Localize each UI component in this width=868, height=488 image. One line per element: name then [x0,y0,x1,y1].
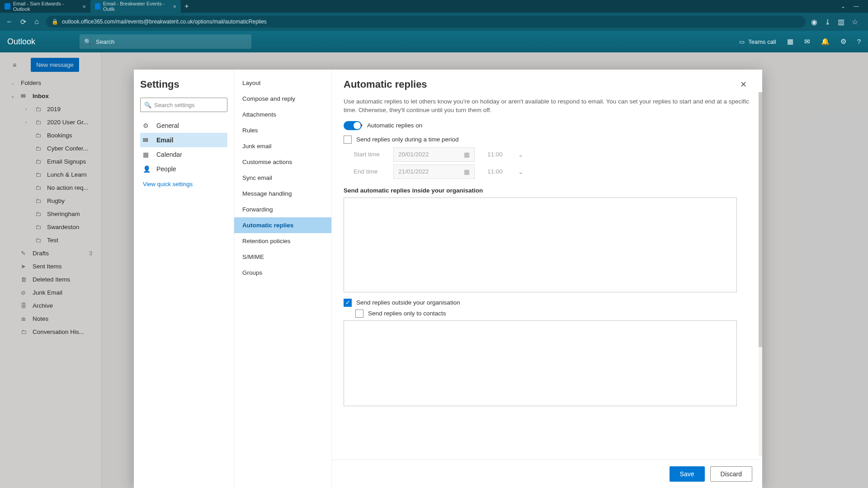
settings-modal: Settings 🔍 Search settings ⚙General ✉Ema… [134,70,762,488]
teams-call-button[interactable]: ▭ Teams call [739,38,776,45]
mail-icon: ✉ [143,136,151,144]
contacts-only-checkbox[interactable] [355,310,363,318]
save-button[interactable]: Save [670,466,705,482]
settings-title: Settings [140,79,227,90]
chevron-down-icon: ⌄ [518,151,524,158]
back-icon[interactable]: ← [5,18,14,26]
outside-label: Send replies outside your organisation [356,299,460,306]
start-time-select[interactable]: 11:00 ⌄ [483,147,528,162]
search-icon: 🔍 [84,38,91,45]
address-bar-row: ← ⟳ ⌂ 🔒 outlook.office365.com/mail/event… [0,13,868,31]
settings-search-input[interactable]: 🔍 Search settings [140,98,227,112]
sub-junk[interactable]: Junk email [234,138,331,154]
close-icon[interactable]: × [173,3,176,10]
outside-replies-checkbox[interactable]: ✓ [344,299,352,307]
panel-footer: Save Discard [332,460,762,488]
inside-reply-editor[interactable] [344,197,737,292]
calendar-icon: ▦ [464,168,470,175]
close-icon[interactable]: × [82,3,86,10]
sub-customise[interactable]: Customise actions [234,154,331,170]
browser-tab-1[interactable]: Email - Sam Edwards - Outlook × [0,0,90,13]
minimize-icon[interactable]: — [854,3,859,9]
toggle-label: Automatic replies on [367,122,422,129]
settings-detail-panel: Automatic replies ✕ Use automatic replie… [332,70,762,488]
category-people[interactable]: 👤People [140,162,227,176]
video-icon: ▭ [739,38,745,45]
sub-message-handling[interactable]: Message handling [234,186,331,202]
star-icon[interactable]: ☆ [852,18,858,26]
new-tab-button[interactable]: + [181,0,193,13]
automatic-replies-toggle[interactable]: ✦ [344,121,362,130]
category-calendar[interactable]: ▦Calendar [140,147,227,162]
end-time-select[interactable]: 11:00 ⌄ [483,164,528,179]
scrollbar[interactable] [759,92,762,456]
sub-layout[interactable]: Layout [234,75,331,91]
time-period-label: Send replies only during a time period [356,136,459,143]
contacts-only-label: Send replies only to contacts [368,310,446,317]
outlook-favicon-icon [5,3,10,9]
url-text: outlook.office365.com/mail/events@breakw… [62,19,267,25]
panel-description: Use automatic replies to let others know… [344,98,750,115]
browser-tabstrip: Email - Sam Edwards - Outlook × Email - … [0,0,868,13]
chevron-down-icon: ⌄ [518,168,524,175]
close-icon[interactable]: ✕ [736,78,750,91]
outlook-header: Outlook 🔍 Search ▭ Teams call ▦ ✉ 🔔 ⚙ ? [0,31,868,52]
eye-icon[interactable]: ◉ [811,18,817,26]
address-bar[interactable]: 🔒 outlook.office365.com/mail/events@brea… [46,16,806,28]
search-placeholder: Search [96,38,114,45]
sub-compose[interactable]: Compose and reply [234,91,331,107]
mail-icon[interactable]: ✉ [804,38,810,46]
search-input[interactable]: 🔍 Search [80,34,251,49]
people-icon: 👤 [143,165,151,173]
sub-groups[interactable]: Groups [234,265,331,281]
cursor-icon: ✦ [359,122,363,129]
bell-icon[interactable]: 🔔 [821,38,830,46]
outside-reply-editor[interactable] [344,320,737,406]
tab-title: Email - Breakwater Events - Outlk [103,1,167,12]
settings-categories: Settings 🔍 Search settings ⚙General ✉Ema… [134,70,234,488]
outlook-favicon-icon [95,3,100,9]
gear-icon[interactable]: ⚙ [840,38,846,46]
discard-button[interactable]: Discard [710,466,752,482]
category-email[interactable]: ✉Email [140,133,227,147]
panel-title: Automatic replies [344,79,427,90]
end-time-label: End time [354,168,385,175]
start-time-label: Start time [354,151,385,158]
inside-org-label: Send automatic replies inside your organ… [344,187,750,194]
settings-subcategories: Layout Compose and reply Attachments Rul… [234,70,332,488]
sub-rules[interactable]: Rules [234,122,331,138]
calendar-icon: ▦ [464,151,470,158]
browser-tab-2[interactable]: Email - Breakwater Events - Outlk × [90,0,181,13]
calendar-icon[interactable]: ▦ [787,38,793,46]
install-icon[interactable]: ⤓ [825,18,830,26]
lock-icon: 🔒 [52,19,58,25]
sub-attachments[interactable]: Attachments [234,107,331,122]
reload-icon[interactable]: ⟳ [19,18,27,26]
sub-retention[interactable]: Retention policies [234,233,331,249]
end-date-input[interactable]: 21/01/2022 ▦ [393,164,475,179]
time-period-checkbox[interactable] [344,136,352,144]
outlook-brand: Outlook [7,37,80,47]
chevron-down-icon[interactable]: ⌄ [841,3,845,9]
sub-smime[interactable]: S/MIME [234,249,331,265]
home-icon[interactable]: ⌂ [33,18,41,26]
reader-icon[interactable]: ▥ [838,18,844,26]
category-general[interactable]: ⚙General [140,118,227,133]
help-icon[interactable]: ? [857,38,861,46]
sub-automatic-replies[interactable]: Automatic replies [234,217,331,233]
sub-sync[interactable]: Sync email [234,170,331,186]
tab-title: Email - Sam Edwards - Outlook [13,1,77,12]
start-date-input[interactable]: 20/01/2022 ▦ [393,147,475,162]
calendar-icon: ▦ [143,151,151,158]
view-quick-settings-link[interactable]: View quick settings [140,176,195,192]
gear-icon: ⚙ [143,122,151,129]
search-icon: 🔍 [144,102,151,108]
sub-forwarding[interactable]: Forwarding [234,202,331,217]
